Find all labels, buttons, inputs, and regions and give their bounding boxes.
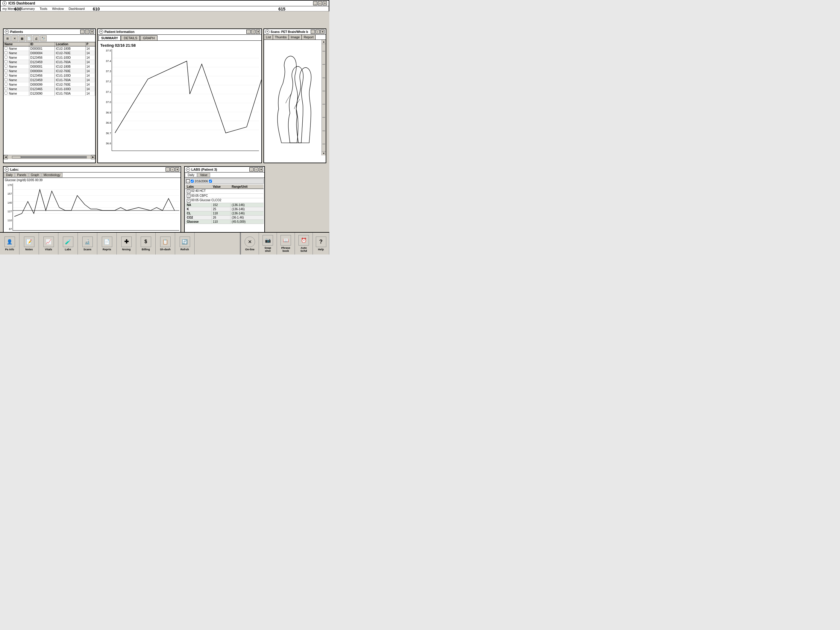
scans-tab-thumbs[interactable]: Thumbs [273, 35, 289, 39]
menu-dashboard[interactable]: Dashboard [69, 7, 85, 11]
tb-scans[interactable]: 🔬 Scans [78, 233, 97, 254]
scans-close[interactable]: ✕ [320, 30, 325, 34]
tb-reprts[interactable]: 📄 Reprts [97, 233, 117, 254]
maximize-btn[interactable]: ▪ [318, 1, 322, 5]
tb-sh-dash[interactable]: 📋 Sh-dash [156, 233, 175, 254]
patients-maximize[interactable]: ▪ [85, 30, 89, 34]
lp-row-time-2: 00:05 Glucose CLCO2 [191, 199, 221, 202]
patient-checkbox[interactable] [5, 74, 8, 77]
labs-minimize[interactable]: _ [166, 167, 170, 172]
toolbar-left: 👤 Pa info 📝 Notes 📈 Vitals 🧪 Labs 🔬 Scan… [0, 233, 240, 254]
lp-date-checkbox[interactable] [191, 180, 194, 183]
app-title: ICIS Dashboard [8, 1, 35, 5]
tb-refrsh[interactable]: 🔄 Refrsh [175, 233, 194, 254]
lp-row-expand-1[interactable]: + [187, 194, 190, 197]
tb-grid[interactable]: ⊞ [4, 35, 11, 41]
table-row[interactable]: Name D123456 ICU1-100D 14 [3, 55, 95, 60]
tb-print[interactable]: 🖨 [33, 35, 39, 41]
tb-online[interactable]: ✕ On-line [241, 233, 259, 254]
patient-checkbox[interactable] [5, 92, 8, 95]
table-row[interactable]: Name D123456 ICU1-100D 14 [3, 73, 95, 78]
tb-autoschd[interactable]: ⏰ AutoSchd [295, 233, 313, 254]
close-btn[interactable]: ✕ [323, 1, 327, 5]
tab-summary[interactable]: SUMMARY [98, 35, 121, 40]
labs-tab-panels[interactable]: Panels [15, 173, 28, 177]
tb-vitals[interactable]: 📈 Vitals [39, 233, 58, 254]
tb-binoculars[interactable]: 🔭 [40, 35, 47, 41]
lp-data-row-cl: CL 118 (136-146) [186, 211, 264, 215]
tb-nrsing[interactable]: ✚ Nrsing [117, 233, 136, 254]
patients-scrollbar[interactable]: ◀ ▶ [3, 155, 95, 159]
tb-phrasebook[interactable]: 📖 Phrasebook [277, 233, 295, 254]
patient-checkbox[interactable] [5, 69, 8, 72]
scans-tab-list[interactable]: List [264, 35, 273, 39]
table-row[interactable]: Name D123459 ICU1-760A 14 [3, 60, 95, 65]
lp-close[interactable]: ✕ [259, 167, 263, 172]
table-row[interactable]: Name D000004 ICU2-760E 14 [3, 69, 95, 73]
tb-billing[interactable]: $ Billing [136, 233, 156, 254]
labs-tab-microbiology[interactable]: Microbiology [42, 173, 63, 177]
lp-date-checkbox2[interactable] [209, 180, 212, 183]
table-row[interactable]: Name D000004 ICU2-760E 14 [3, 51, 95, 55]
pi-maximize[interactable]: ▪ [251, 30, 255, 34]
lp-expand-btn[interactable]: + [186, 179, 190, 183]
scroll-right[interactable]: ▶ [91, 155, 95, 159]
lp-tab-daily[interactable]: Daily [185, 173, 197, 177]
tb-notes[interactable]: 📝 Notes [19, 233, 39, 254]
patient-checkbox[interactable] [5, 83, 8, 86]
bottom-toolbar: 👤 Pa info 📝 Notes 📈 Vitals 🧪 Labs 🔬 Scan… [0, 232, 329, 254]
pi-minimize[interactable]: _ [246, 30, 251, 34]
labs-maximize[interactable]: ▪ [171, 167, 175, 172]
menu-summary[interactable]: Summary [21, 7, 35, 11]
table-row[interactable]: Name D123459 ICU1-760A 14 [3, 78, 95, 82]
scroll-left[interactable]: ◀ [3, 155, 8, 159]
scans-maximize[interactable]: ▪ [316, 30, 320, 34]
patient-checkbox[interactable] [5, 78, 8, 81]
tb-help[interactable]: ? Help [313, 233, 329, 254]
patients-close[interactable]: ✕ [90, 30, 94, 34]
patient-checkbox[interactable] [5, 60, 8, 63]
scans-tab-report[interactable]: Report [302, 35, 316, 39]
patients-table-container: Name ID Location P Name D000001 ICU2-180… [3, 42, 95, 155]
tab-graph[interactable]: GRAPH [140, 35, 157, 40]
labs-tab-daily[interactable]: Daily [4, 173, 15, 177]
scans-scroll-up[interactable]: ▲ [322, 40, 326, 44]
tb-table[interactable]: ▦ [19, 35, 25, 41]
table-row[interactable]: Name D123465 ICU1-100D 14 [3, 87, 95, 91]
table-row[interactable]: Name D000001 ICU2-180B 14 [3, 46, 95, 51]
lp-row-expand-2[interactable]: + [187, 199, 190, 202]
tb-pa-info[interactable]: 👤 Pa info [0, 233, 19, 254]
scans-minimize[interactable]: _ [311, 30, 315, 34]
labs-tab-graph[interactable]: Graph [29, 173, 41, 177]
patient-checkbox[interactable] [5, 87, 8, 90]
menu-window[interactable]: Window [52, 7, 64, 11]
patients-titlebar: + Patients _ ▪ ✕ [3, 29, 95, 35]
lp-tab-value[interactable]: Value [197, 173, 210, 177]
tb-snapshot[interactable]: 📷 Snapshot [259, 233, 277, 254]
patients-minimize[interactable]: _ [80, 30, 84, 34]
lp-minimize[interactable]: _ [249, 167, 254, 172]
lp-row-expand-0[interactable]: + [187, 189, 190, 193]
menu-mymenu[interactable]: my Menu [2, 7, 16, 11]
patient-checkbox[interactable] [5, 65, 8, 68]
tb-x[interactable]: ✕ [11, 35, 18, 41]
tab-details[interactable]: DETAILS [121, 35, 140, 40]
pi-close[interactable]: ✕ [256, 30, 260, 34]
tb-doc[interactable]: 📄 [26, 35, 32, 41]
menu-tools[interactable]: Tools [39, 7, 47, 11]
table-row[interactable]: Name D120090 ICU1-760A 14 [3, 91, 95, 96]
scans-scroll-down[interactable]: ▼ [322, 151, 326, 155]
table-row[interactable]: Name D000099 ICU2-760E 14 [3, 82, 95, 87]
patient-checkbox[interactable] [5, 51, 8, 54]
lp-maximize[interactable]: ▪ [254, 167, 258, 172]
patient-p: 14 [85, 65, 95, 69]
labs-title: Labs: [10, 168, 19, 171]
patient-checkbox[interactable] [5, 56, 8, 59]
table-row[interactable]: Name D000001 ICU2-180B 14 [3, 65, 95, 69]
patient-checkbox[interactable] [5, 47, 8, 50]
tb-labs[interactable]: 🧪 Labs [58, 233, 78, 254]
scans-scrollbar[interactable]: ▲ ▼ [322, 40, 326, 155]
scans-tab-image[interactable]: Image [289, 35, 302, 39]
labs-close[interactable]: ✕ [175, 167, 179, 172]
minimize-btn[interactable]: _ [313, 1, 317, 5]
